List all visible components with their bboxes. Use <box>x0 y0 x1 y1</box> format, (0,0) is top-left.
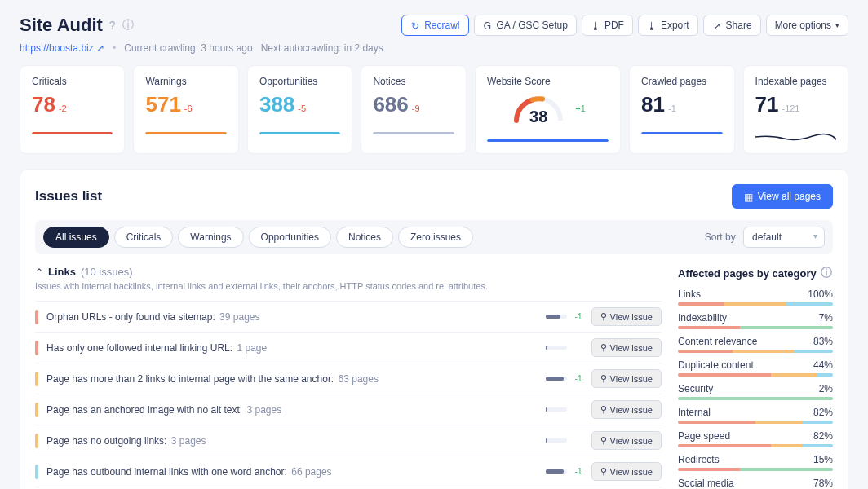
category-name: Links <box>678 289 701 300</box>
refresh-icon: ↻ <box>410 20 420 30</box>
pill-criticals[interactable]: Criticals <box>114 227 174 248</box>
severity-tag <box>35 434 38 448</box>
issue-delta: -1 <box>575 312 583 321</box>
view-issue-button[interactable]: ⚲View issue <box>591 369 662 388</box>
category-row[interactable]: Security2% <box>678 383 833 400</box>
ga-setup-button[interactable]: GGA / GSC Setup <box>474 15 577 36</box>
category-bar <box>678 302 833 306</box>
pill-warnings[interactable]: Warnings <box>178 227 243 248</box>
pdf-button[interactable]: ⭳PDF <box>582 15 633 36</box>
mini-bar <box>546 377 567 381</box>
category-pct: 82% <box>813 430 833 442</box>
category-row[interactable]: Duplicate content44% <box>678 359 833 377</box>
category-row[interactable]: Internal82% <box>678 407 833 424</box>
site-url-link[interactable]: https://boosta.biz ↗ <box>20 42 104 54</box>
page-title: Site Audit <box>20 15 103 36</box>
category-bar <box>678 326 833 329</box>
view-issue-button[interactable]: ⚲View issue <box>591 431 662 450</box>
category-pct: 15% <box>813 454 833 465</box>
metric-cards: Criticals 78-2 Warnings 571-6 Opportunit… <box>20 65 848 154</box>
category-row[interactable]: Redirects15% <box>678 454 833 471</box>
search-icon: ⚲ <box>600 373 607 384</box>
help-icon[interactable]: ? <box>109 19 116 32</box>
share-button[interactable]: ↗Share <box>703 15 761 36</box>
export-button[interactable]: ⭳Export <box>638 15 698 36</box>
categories-title: Affected pages by category ⓘ <box>678 266 833 280</box>
card-indexable[interactable]: Indexable pages 71-121 <box>743 65 848 154</box>
severity-tag <box>35 341 38 355</box>
issue-text: Page has no outgoing links: 3 pages <box>46 435 538 447</box>
category-name: Indexability <box>678 312 727 324</box>
chevron-up-icon: ⌃ <box>35 267 43 278</box>
category-row[interactable]: Social media78% <box>678 478 833 489</box>
share-icon: ↗ <box>712 20 722 30</box>
recrawl-button[interactable]: ↻Recrawl <box>401 15 468 36</box>
mini-bar <box>546 408 567 412</box>
view-issue-button[interactable]: ⚲View issue <box>591 307 662 326</box>
category-name: Redirects <box>678 454 720 465</box>
crawl-status: Current crawling: 3 hours ago <box>124 42 252 54</box>
sub-header: https://boosta.biz ↗ • Current crawling:… <box>20 42 848 54</box>
card-criticals[interactable]: Criticals 78-2 <box>20 65 125 154</box>
category-pct: 82% <box>813 407 833 418</box>
card-score[interactable]: Website Score 38 +1 <box>475 65 621 154</box>
section-toggle-links[interactable]: ⌃ Links (10 issues) <box>35 266 662 278</box>
issue-delta: -1 <box>575 374 583 383</box>
mini-bar <box>546 315 567 319</box>
filter-pills: All issues Criticals Warnings Opportunit… <box>43 227 473 248</box>
severity-tag <box>35 403 38 417</box>
issue-row: Page has outbound internal links with on… <box>35 456 662 487</box>
issue-row: Orphan URLs - only found via sitemap: 39… <box>35 301 662 332</box>
card-opportunities[interactable]: Opportunities 388-5 <box>247 65 352 154</box>
issue-row: Has only one followed internal linking U… <box>35 332 662 363</box>
card-notices[interactable]: Notices 686-9 <box>361 65 466 154</box>
category-bar <box>678 421 833 424</box>
category-row[interactable]: Content relevance83% <box>678 336 833 353</box>
pill-notices[interactable]: Notices <box>336 227 393 248</box>
category-row[interactable]: Page speed82% <box>678 430 833 447</box>
card-warnings[interactable]: Warnings 571-6 <box>133 65 238 154</box>
severity-tag <box>35 372 38 386</box>
pill-all-issues[interactable]: All issues <box>43 227 109 248</box>
category-pct: 83% <box>813 336 833 347</box>
issue-text: Page has an anchored image with no alt t… <box>46 404 538 416</box>
issue-text: Orphan URLs - only found via sitemap: 39… <box>46 311 538 323</box>
export-icon: ⭳ <box>647 20 657 30</box>
sort-select[interactable]: default <box>743 227 825 248</box>
info-icon[interactable]: ⓘ <box>821 266 832 280</box>
view-all-pages-button[interactable]: ▦View all pages <box>732 184 833 209</box>
view-issue-button[interactable]: ⚲View issue <box>591 400 662 419</box>
category-pct: 7% <box>819 312 833 324</box>
category-pct: 100% <box>808 289 833 300</box>
header-actions: ↻Recrawl GGA / GSC Setup ⭳PDF ⭳Export ↗S… <box>401 15 848 36</box>
mini-bar <box>546 469 567 474</box>
sort-label: Sort by: <box>705 231 738 243</box>
pill-zero-issues[interactable]: Zero issues <box>398 227 473 248</box>
search-icon: ⚲ <box>600 342 607 353</box>
view-issue-button[interactable]: ⚲View issue <box>591 338 662 357</box>
mini-bar <box>546 438 567 443</box>
issue-text: Has only one followed internal linking U… <box>46 342 538 354</box>
category-name: Content relevance <box>678 336 757 347</box>
category-row[interactable]: Links100% <box>678 289 833 306</box>
category-bar <box>678 373 833 377</box>
pill-opportunities[interactable]: Opportunities <box>249 227 331 248</box>
issue-text: Page has outbound internal links with on… <box>46 466 538 478</box>
search-icon: ⚲ <box>600 311 607 322</box>
issue-row: Page has no outgoing links: 3 pages ⚲Vie… <box>35 425 662 456</box>
more-options-button[interactable]: More options ▾ <box>766 15 848 36</box>
category-name: Duplicate content <box>678 359 754 371</box>
issue-delta: -1 <box>575 467 583 476</box>
category-bar <box>678 468 833 471</box>
search-icon: ⚲ <box>600 404 607 415</box>
issue-row: Page has more than 2 links to internal p… <box>35 363 662 394</box>
view-issue-button[interactable]: ⚲View issue <box>591 462 662 481</box>
category-name: Security <box>678 383 713 394</box>
info-icon[interactable]: ⓘ <box>122 18 134 33</box>
next-crawl: Next autocrawling: in 2 days <box>261 42 383 54</box>
category-bar <box>678 397 833 400</box>
category-row[interactable]: Indexability7% <box>678 312 833 329</box>
card-crawled[interactable]: Crawled pages 81-1 <box>629 65 734 154</box>
category-name: Internal <box>678 407 711 418</box>
issue-text: Page has more than 2 links to internal p… <box>46 373 538 385</box>
